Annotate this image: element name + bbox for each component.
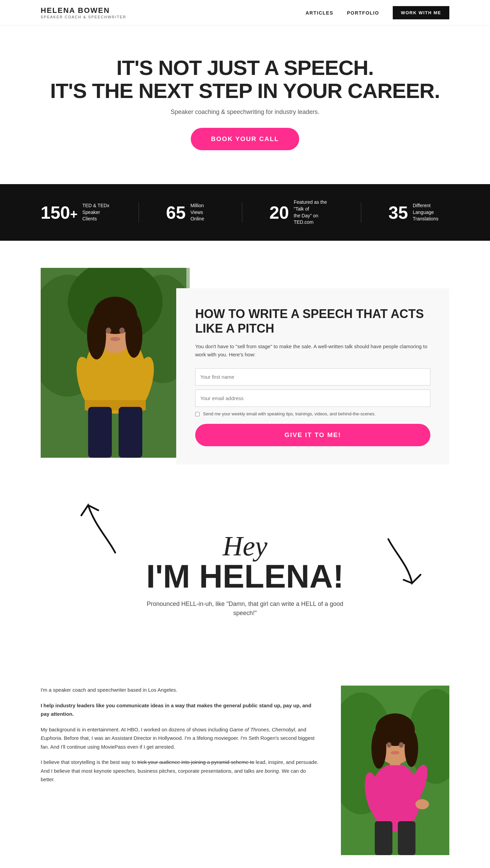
stat-divider-3 — [361, 202, 361, 223]
svg-point-13 — [125, 314, 142, 358]
hey-wrapper: Hey I'M HELENA! Pronounced HELL-in-uh, l… — [0, 492, 490, 665]
stat-featured-number: 20 — [269, 204, 289, 221]
bio-section: I'm a speaker coach and speechwriter bas… — [0, 665, 490, 868]
speech-card-desc: You don't have to "sell from stage" to m… — [195, 342, 430, 359]
bio-p2: I help industry leaders like you communi… — [41, 701, 321, 718]
pronounced-text: Pronounced HELL-in-uh, like "Damn, that … — [143, 599, 347, 618]
stat-ted: 150+ TED & TEDxSpeaker Clients — [41, 202, 111, 222]
stat-translations-label: Different LanguageTranslations — [413, 202, 449, 222]
stat-divider-2 — [242, 202, 242, 223]
bio-p2-bold: I help industry leaders like you communi… — [41, 703, 311, 717]
stat-featured: 20 Featured as the "Talk ofthe Day" on T… — [269, 199, 334, 225]
svg-point-12 — [87, 312, 106, 359]
checkbox-label: Send me your weekly email with speaking … — [203, 411, 375, 417]
svg-rect-37 — [398, 821, 415, 855]
svg-point-16 — [110, 337, 120, 341]
hero-section: IT'S NOT JUST A SPEECH. IT'S THE NEXT ST… — [0, 26, 490, 171]
speech-card-title: HOW TO WRITE A SPEECH THAT ACTS LIKE A P… — [195, 307, 430, 336]
svg-point-31 — [371, 728, 386, 769]
bio-text: I'm a speaker coach and speechwriter bas… — [41, 686, 321, 791]
bio-p3: My background is in entertainment. At HB… — [41, 725, 321, 751]
arrow-right-icon — [382, 532, 422, 587]
navbar: HELENA BOWEN SPEAKER COACH & SPEECHWRITE… — [0, 0, 490, 26]
stats-bar: 150+ TED & TEDxSpeaker Clients 65 Millio… — [0, 184, 490, 240]
svg-point-35 — [391, 751, 400, 754]
stat-views-label: Million ViewsOnline — [190, 202, 215, 222]
hero-subtitle: Speaker coaching & speechwriting for ind… — [41, 108, 449, 116]
nav-portfolio[interactable]: PORTFOLIO — [347, 10, 379, 16]
give-it-to-me-button[interactable]: GIVE IT TO ME! — [195, 424, 430, 446]
checkbox-row: Send me your weekly email with speaking … — [195, 411, 430, 417]
svg-rect-18 — [88, 407, 112, 458]
svg-point-34 — [399, 742, 404, 748]
logo: HELENA BOWEN SPEAKER COACH & SPEECHWRITE… — [41, 7, 126, 19]
stat-ted-number: 150+ — [41, 204, 78, 221]
bio-p4: I believe that storytelling is the best … — [41, 758, 321, 784]
stat-divider-1 — [139, 202, 139, 223]
svg-rect-19 — [119, 407, 142, 458]
svg-rect-36 — [375, 821, 392, 855]
stat-views-number: 65 — [166, 204, 186, 221]
bio-p1: I'm a speaker coach and speechwriter bas… — [41, 686, 321, 694]
logo-sub: SPEAKER COACH & SPEECHWRITER — [41, 15, 126, 19]
logo-name: HELENA BOWEN — [41, 7, 126, 14]
hey-text: Hey — [81, 532, 409, 560]
consent-checkbox[interactable] — [195, 412, 200, 416]
svg-point-33 — [387, 742, 391, 748]
nav-articles[interactable]: ARTICLES — [306, 10, 333, 16]
first-name-input[interactable] — [195, 368, 430, 386]
stat-featured-label: Featured as the "Talk ofthe Day" on TED.… — [294, 199, 334, 225]
photo-bg — [41, 268, 190, 458]
work-with-me-button[interactable]: WORK WITH ME — [393, 6, 449, 19]
stat-translations: 35 Different LanguageTranslations — [388, 202, 449, 222]
book-call-button[interactable]: BOOK YOUR CALL — [191, 128, 300, 150]
svg-point-27 — [415, 799, 429, 809]
person-illustration — [41, 268, 190, 458]
speech-card: HOW TO WRITE A SPEECH THAT ACTS LIKE A P… — [176, 288, 449, 465]
im-helena-text: I'M HELENA! — [81, 560, 409, 593]
stat-views: 65 Million ViewsOnline — [166, 202, 215, 222]
speech-section: HOW TO WRITE A SPEECH THAT ACTS LIKE A P… — [0, 241, 490, 492]
hero-title: IT'S NOT JUST A SPEECH. IT'S THE NEXT ST… — [41, 56, 449, 102]
nav-links: ARTICLES PORTFOLIO WORK WITH ME — [306, 6, 449, 19]
bio-photo — [341, 686, 449, 855]
svg-point-14 — [106, 328, 111, 334]
bio-person-illustration — [341, 686, 449, 855]
hero-line2: IT'S THE NEXT STEP IN YOUR CAREER. — [50, 79, 440, 102]
arrow-left-icon — [75, 492, 129, 559]
stat-ted-label: TED & TEDxSpeaker Clients — [82, 202, 111, 222]
svg-point-15 — [119, 328, 125, 334]
helena-photo — [41, 268, 190, 458]
email-input[interactable] — [195, 390, 430, 407]
stat-translations-number: 35 — [388, 204, 408, 221]
svg-point-32 — [405, 730, 418, 767]
hero-line1: IT'S NOT JUST A SPEECH. — [117, 56, 374, 79]
